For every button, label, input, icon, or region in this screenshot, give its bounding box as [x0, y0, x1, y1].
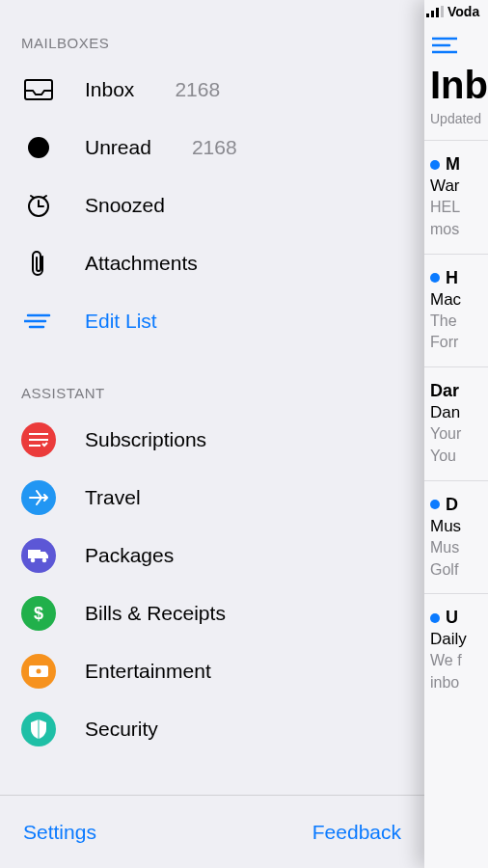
sidebar-item-entertainment[interactable]: Entertainment [0, 642, 424, 700]
edit-list-label: Edit List [85, 310, 157, 333]
message-row[interactable]: D Mus Mus Golf [424, 480, 488, 594]
message-row[interactable]: M War HEL mos [424, 140, 488, 254]
message-preview: HEL [430, 198, 488, 218]
message-subject: War [430, 176, 488, 196]
paperclip-icon [21, 246, 56, 281]
message-from: U [446, 608, 458, 628]
menu-icon [432, 37, 457, 54]
svg-rect-3 [28, 550, 41, 558]
sidebar-item-count: 2168 [175, 78, 220, 101]
signal-icon [426, 6, 444, 17]
sidebar-item-inbox[interactable]: Inbox 2168 [0, 61, 424, 119]
message-from: D [446, 495, 458, 515]
message-subject: Daily [430, 630, 488, 649]
sidebar-item-label: Travel [85, 486, 141, 509]
sidebar-item-count: 2168 [192, 136, 237, 159]
sidebar-item-attachments[interactable]: Attachments [0, 234, 424, 292]
main-panel-peek[interactable]: Voda Inb Updated M War HEL mos H Mac The… [424, 0, 488, 868]
menu-button[interactable] [432, 37, 488, 54]
sidebar-item-security[interactable]: Security [0, 700, 424, 758]
sidebar-item-snoozed[interactable]: Snoozed [0, 176, 424, 234]
sidebar-item-label: Subscriptions [85, 428, 206, 451]
edit-list-icon [21, 304, 56, 339]
sidebar-item-subscriptions[interactable]: Subscriptions [0, 411, 424, 469]
sidebar-item-packages[interactable]: Packages [0, 527, 424, 584]
sidebar-item-label: Bills & Receipts [85, 602, 226, 625]
message-subject: Mac [430, 290, 488, 310]
sidebar-item-bills[interactable]: $ Bills & Receipts [0, 584, 424, 642]
message-row[interactable]: H Mac The Forr [424, 254, 488, 367]
message-preview: Your [430, 424, 488, 445]
sidebar-item-label: Snoozed [85, 194, 165, 217]
svg-point-1 [28, 137, 49, 158]
mailboxes-header: MAILBOXES [0, 0, 424, 61]
unread-dot-icon [430, 613, 440, 623]
unread-dot-icon [430, 160, 440, 170]
sidebar-item-label: Entertainment [85, 660, 211, 683]
unread-dot-icon [430, 273, 440, 283]
svg-rect-9 [426, 14, 429, 17]
sidebar-footer: Settings Feedback [0, 795, 424, 868]
sidebar: MAILBOXES Inbox 2168 Unread 2168 Snoozed [0, 0, 424, 868]
svg-point-8 [37, 669, 41, 674]
unread-dot-icon [430, 500, 440, 509]
message-from: Dar [430, 381, 459, 401]
svg-text:$: $ [34, 604, 43, 623]
message-subject: Mus [430, 517, 488, 536]
message-preview: Golf [430, 560, 488, 581]
svg-point-4 [31, 558, 36, 563]
message-from: M [446, 154, 460, 175]
svg-rect-10 [431, 11, 434, 17]
message-preview: Mus [430, 538, 488, 558]
sidebar-item-label: Inbox [85, 78, 134, 101]
page-title: Inb [424, 64, 488, 107]
sidebar-item-label: Unread [85, 136, 151, 159]
sidebar-item-label: Security [85, 718, 158, 741]
updated-label: Updated [424, 107, 488, 140]
assistant-header: ASSISTANT [0, 350, 424, 411]
edit-list-button[interactable]: Edit List [0, 292, 424, 350]
dollar-icon: $ [21, 596, 56, 631]
message-subject: Dan [430, 403, 488, 422]
sidebar-item-label: Attachments [85, 252, 198, 275]
message-preview: We f [430, 651, 488, 671]
feedback-button[interactable]: Feedback [312, 821, 401, 844]
message-row[interactable]: U Daily We f inbo [424, 593, 488, 707]
message-preview: Forr [430, 333, 488, 353]
sidebar-item-label: Packages [85, 544, 174, 567]
status-bar: Voda [424, 0, 488, 21]
svg-rect-12 [441, 6, 444, 17]
sidebar-item-unread[interactable]: Unread 2168 [0, 119, 424, 176]
sidebar-scroll: MAILBOXES Inbox 2168 Unread 2168 Snoozed [0, 0, 424, 795]
airplane-icon [21, 480, 56, 515]
inbox-icon [21, 72, 56, 107]
message-row[interactable]: Dar Dan Your You [424, 366, 488, 480]
ticket-icon [21, 654, 56, 689]
settings-button[interactable]: Settings [23, 821, 96, 844]
message-preview: The [430, 312, 488, 332]
message-from: H [446, 268, 458, 288]
svg-point-5 [42, 558, 47, 563]
unread-icon [21, 130, 56, 165]
clock-icon [21, 188, 56, 223]
message-preview: mos [430, 220, 488, 240]
sidebar-item-travel[interactable]: Travel [0, 469, 424, 527]
subscriptions-icon [21, 422, 56, 457]
truck-icon [21, 538, 56, 573]
svg-rect-11 [436, 8, 439, 17]
shield-icon [21, 712, 56, 746]
message-preview: You [430, 447, 488, 467]
message-preview: inbo [430, 673, 488, 693]
carrier-label: Voda [447, 4, 479, 19]
